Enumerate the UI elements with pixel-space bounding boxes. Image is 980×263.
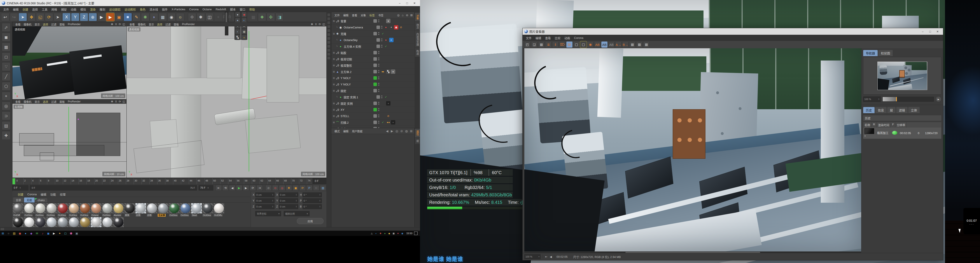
toolbar-icon[interactable]: ◗	[150, 13, 158, 21]
layer-swatch[interactable]	[374, 57, 377, 61]
viewport-nav-icon[interactable]: ✥	[110, 22, 114, 26]
timeline-tick[interactable]: 74	[307, 178, 313, 184]
menu-item[interactable]: 运动跟踪	[107, 7, 123, 11]
object-row[interactable]: └ ● 固定 实例.1 ✓	[331, 94, 415, 100]
material-layer-tab[interactable]: 无层	[24, 198, 35, 203]
expand-toggle[interactable]: ⊞	[332, 20, 335, 22]
viewer-titlebar[interactable]: 图片查看器 –□✕	[523, 28, 943, 35]
end-frame-box[interactable]: 75 F⇕	[199, 185, 213, 190]
timeline-tick[interactable]: 52	[220, 178, 228, 184]
object-row[interactable]: ⊞ ▲ 立方体.2 ●● ▚●	[331, 68, 415, 75]
viewport-menu-item[interactable]: ProRender	[66, 100, 82, 103]
material-swatch[interactable]: OctGlos	[46, 203, 57, 217]
scale-mode-dropdown[interactable]: 缩放比例▾	[284, 211, 310, 216]
material-swatch[interactable]: Steel	[191, 203, 202, 217]
object-name[interactable]: XY	[340, 108, 374, 111]
manager-side-tab[interactable]: 层	[415, 138, 420, 144]
timeline-tick[interactable]: 8	[47, 178, 55, 184]
material-swatch[interactable]: 白铁	[135, 203, 146, 217]
material-swatch[interactable]	[24, 217, 35, 227]
menu-item[interactable]: 插件	[160, 7, 170, 11]
attribute-manager-icon[interactable]: ◎	[395, 129, 399, 133]
timeline-tick[interactable]: 38	[165, 178, 173, 184]
history-column-header[interactable]: 分辨率	[895, 122, 907, 128]
timeline-tick[interactable]: 58	[244, 178, 252, 184]
panel-tab[interactable]: 柱状图	[878, 50, 893, 56]
expand-toggle[interactable]: ⊞	[332, 71, 335, 73]
object-name[interactable]: OctaneCamera	[344, 26, 377, 29]
material-swatch[interactable]: OctGlos	[180, 203, 191, 217]
viewer-menu-item[interactable]: 编辑	[533, 36, 543, 40]
taskbar-app-icon[interactable]: ▶	[51, 231, 57, 236]
object-name[interactable]: 固定 实例.1	[344, 95, 377, 99]
material-swatch[interactable]	[46, 217, 57, 227]
toolbar-icon[interactable]: Y	[71, 13, 80, 21]
coordinate-space-dropdown[interactable]: 世界坐标▾	[255, 211, 281, 216]
octane-object-icon[interactable]: ◉	[242, 12, 247, 17]
menu-item[interactable]: 文件	[1, 7, 11, 11]
toolbar-icon[interactable]: ❋	[141, 13, 150, 21]
object-tag-icon[interactable]: ●	[386, 19, 390, 23]
attribute-manager-icon[interactable]: ⊞	[409, 129, 414, 133]
coordinate-field[interactable]: Z 0 cm⇕	[253, 204, 275, 209]
layer-swatch[interactable]	[374, 76, 377, 80]
history-column-header[interactable]: 渲染时间	[877, 122, 891, 128]
material-layer-tab[interactable]: chako	[35, 198, 47, 203]
timeline-range-slider[interactable]: 0 F75 F	[30, 185, 197, 190]
timeline-tick[interactable]: 36	[157, 178, 165, 184]
object-name[interactable]: Y NOLY	[340, 83, 374, 86]
c4d-titlebar[interactable]: CINEMA 4D R19.068 Studio (RC - R19) - [极…	[0, 0, 420, 6]
object-row[interactable]: ⊞ ⌞0 空白	[331, 125, 415, 128]
object-row[interactable]: ⊞ ⌞0 XY	[331, 106, 415, 113]
expand-toggle[interactable]: ⊞	[332, 121, 335, 124]
object-row[interactable]: ⊞ ⌞0 Y NOLY	[331, 75, 415, 81]
timeline-tick[interactable]: 46	[197, 178, 205, 184]
material-menu-item[interactable]: 纹理	[58, 192, 68, 196]
timeline-tick[interactable]: 22	[102, 178, 110, 184]
viewport-menu-item[interactable]: 选项	[41, 100, 50, 103]
timeline-tick[interactable]: 6	[39, 178, 47, 184]
attribute-manager-icon[interactable]: ◍	[404, 129, 409, 133]
object-manager-menu-item[interactable]: 编辑	[342, 13, 350, 17]
object-name[interactable]: STELL	[340, 114, 374, 118]
layer-swatch[interactable]	[377, 25, 380, 29]
object-row[interactable]: └ ● 立方体.4 实例 ✓	[331, 43, 415, 49]
mode-palette-icon[interactable]: ⬀	[2, 23, 11, 32]
toolbar-icon[interactable]: ☼	[176, 13, 185, 21]
timeline-tick[interactable]: 66	[275, 178, 283, 184]
timeline-tick[interactable]: 18	[86, 178, 94, 184]
menu-item[interactable]: 模拟	[78, 7, 88, 11]
attribute-menu-item[interactable]: 模式	[333, 129, 342, 133]
layer-swatch[interactable]	[377, 95, 380, 99]
octane-material-icon[interactable]: ▚	[235, 35, 240, 40]
object-row[interactable]: ⊞ ⌞0 固定 实例 ●	[331, 100, 415, 106]
material-swatch[interactable]: OctDiffu	[213, 203, 224, 217]
keyframe-toggle-button[interactable]: ∷	[313, 185, 319, 191]
viewport-scene[interactable]	[127, 27, 326, 177]
object-manager-icon[interactable]: ◎	[396, 14, 401, 17]
taskbar-app-icon[interactable]: ◉	[17, 231, 23, 236]
layer-swatch[interactable]	[374, 82, 377, 86]
menu-item[interactable]: 编辑	[11, 7, 21, 11]
manager-side-tab[interactable]: 对象	[415, 13, 420, 21]
zoom-value-box[interactable]: 100 %⇕	[863, 97, 881, 102]
layer-swatch[interactable]	[374, 89, 377, 92]
object-manager-icon[interactable]: ⊖	[405, 14, 409, 17]
timeline-tick[interactable]: 54	[228, 178, 236, 184]
viewer-toolbar-icon[interactable]: ▦	[538, 41, 545, 48]
material-swatch[interactable]	[57, 217, 68, 227]
playback-button[interactable]: ⟲	[222, 185, 229, 191]
viewport-menu-item[interactable]: 面板	[58, 100, 66, 103]
mode-palette-icon[interactable]: ◻	[2, 52, 11, 61]
manager-side-tab[interactable]: 构造	[415, 48, 420, 57]
coordinate-field[interactable]: Y 0 cm⇕	[276, 198, 298, 203]
window-control-button[interactable]: –	[396, 0, 403, 6]
viewport-nav-icon[interactable]: ⇕	[114, 22, 118, 26]
coordinate-field[interactable]: Z 0 cm⇕	[276, 204, 298, 209]
toolbar-icon[interactable]: ◫	[205, 13, 214, 21]
timeline-tick[interactable]: 20	[94, 178, 102, 184]
tray-icon[interactable]: ◉	[400, 231, 404, 236]
material-swatch[interactable]: Octane	[91, 203, 102, 217]
mode-palette-icon[interactable]: ⌖	[2, 92, 11, 100]
menu-item[interactable]: 渲染	[88, 7, 97, 11]
